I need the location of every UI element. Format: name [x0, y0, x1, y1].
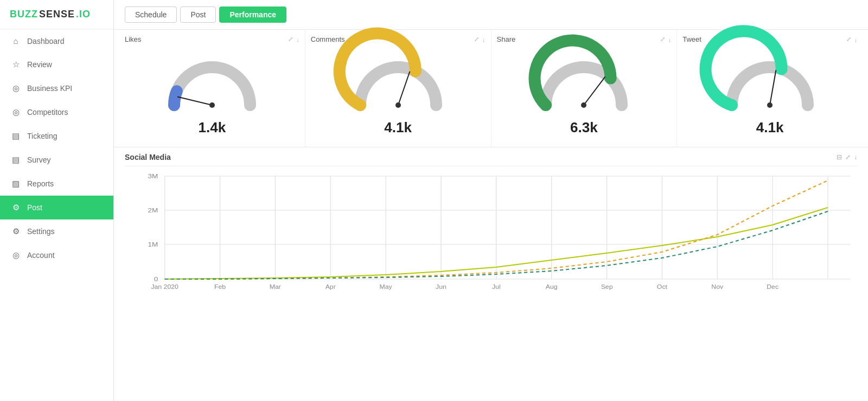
svg-line-4	[584, 77, 605, 105]
svg-text:Feb: Feb	[214, 284, 226, 290]
tab-post[interactable]: Post	[180, 7, 216, 23]
gauge-panel-share: Share ⤢ ↓ 6.3k	[492, 30, 678, 147]
svg-text:1M: 1M	[148, 241, 158, 248]
app-logo: BUZZSENSE.IO	[0, 0, 113, 29]
sidebar-item-ticketing[interactable]: ▤Ticketing	[0, 124, 113, 148]
download-icon-likes[interactable]: ↓	[296, 36, 299, 43]
sidebar-item-settings[interactable]: ⚙Settings	[0, 219, 113, 243]
svg-line-6	[770, 70, 776, 105]
svg-line-2	[398, 72, 410, 106]
svg-text:Oct: Oct	[657, 284, 668, 290]
sidebar: BUZZSENSE.IO ⌂Dashboard☆Review◎Business …	[0, 0, 114, 401]
download-icon-share[interactable]: ↓	[668, 36, 672, 43]
svg-text:Mar: Mar	[270, 284, 281, 290]
sidebar-item-business-kpi[interactable]: ◎Business KPI	[0, 76, 113, 100]
gauge-svg-comments	[349, 51, 447, 116]
svg-point-5	[581, 102, 586, 108]
sidebar-label-business-kpi: Business KPI	[27, 84, 72, 93]
download-icon[interactable]: ↓	[854, 153, 857, 161]
gauge-value-tweet: 4.1k	[756, 119, 784, 136]
gauge-value-likes: 1.4k	[199, 119, 226, 136]
svg-text:Jan 2020: Jan 2020	[151, 284, 178, 290]
reports-nav-icon: ▨	[11, 179, 21, 189]
survey-nav-icon: ▤	[11, 155, 21, 165]
chart-header: Social Media ⊟ ⤢ ↓	[125, 153, 857, 166]
account-nav-icon: ◎	[11, 250, 21, 260]
gauge-panel-comments: Comments ⤢ ↓ 4.1k	[305, 30, 492, 147]
chart-container: 3M 2M 1M 0 Jan 2020 Feb Mar Apr May Jun …	[125, 171, 857, 306]
tab-performance[interactable]: Performance	[219, 7, 286, 23]
gauge-title-comments: Comments	[311, 35, 345, 43]
gauge-body-tweet: 4.1k	[682, 51, 857, 136]
dashboard-nav-icon: ⌂	[11, 36, 21, 46]
sidebar-label-survey: Survey	[27, 156, 51, 164]
gauge-icons-tweet: ⤢ ↓	[846, 36, 858, 43]
sidebar-label-account: Account	[27, 251, 55, 260]
tabs-bar: Schedule Post Performance	[114, 0, 868, 30]
svg-text:Jun: Jun	[436, 284, 446, 290]
svg-point-3	[395, 102, 401, 108]
gauge-icons-share: ⤢ ↓	[660, 36, 672, 43]
gauge-panel-likes: Likes ⤢ ↓ 1.4k	[119, 30, 305, 147]
svg-text:Aug: Aug	[546, 284, 558, 290]
chart-section: Social Media ⊟ ⤢ ↓	[114, 147, 868, 401]
gauge-icons-comments: ⤢ ↓	[474, 36, 486, 43]
sidebar-label-review: Review	[27, 60, 52, 69]
expand-icon-share[interactable]: ⤢	[660, 36, 665, 43]
gauge-body-comments: 4.1k	[311, 51, 486, 136]
gauge-header-likes: Likes ⤢ ↓	[125, 35, 299, 43]
post-nav-icon: ⚙	[11, 203, 21, 212]
sidebar-item-dashboard[interactable]: ⌂Dashboard	[0, 29, 113, 53]
expand-icon-likes[interactable]: ⤢	[288, 36, 293, 43]
chart-header-icons: ⊟ ⤢ ↓	[837, 153, 857, 161]
tab-schedule[interactable]: Schedule	[125, 7, 177, 23]
gauge-title-tweet: Tweet	[682, 35, 701, 43]
gauge-body-share: 6.3k	[497, 51, 672, 136]
sidebar-item-survey[interactable]: ▤Survey	[0, 148, 113, 172]
svg-text:May: May	[380, 284, 393, 290]
sidebar-label-reports: Reports	[27, 179, 54, 188]
gauge-value-comments: 4.1k	[384, 119, 412, 136]
svg-text:Sep: Sep	[601, 284, 613, 290]
sidebar-label-ticketing: Ticketing	[27, 132, 58, 140]
chart-title: Social Media	[125, 153, 171, 161]
logo-sense: SENSE	[39, 9, 75, 20]
expand-icon-tweet[interactable]: ⤢	[846, 36, 851, 43]
main-content: Schedule Post Performance Likes ⤢ ↓ 1.4k…	[114, 0, 868, 401]
download-icon-tweet[interactable]: ↓	[854, 36, 858, 43]
gauge-svg-likes	[163, 51, 261, 116]
social-media-chart: 3M 2M 1M 0 Jan 2020 Feb Mar Apr May Jun …	[125, 171, 857, 306]
sidebar-label-dashboard: Dashboard	[27, 37, 65, 46]
expand-icon-comments[interactable]: ⤢	[474, 36, 479, 43]
sidebar-item-review[interactable]: ☆Review	[0, 53, 113, 76]
svg-line-0	[178, 97, 212, 105]
svg-text:3M: 3M	[148, 173, 158, 180]
review-nav-icon: ☆	[11, 60, 21, 69]
expand-icon[interactable]: ⤢	[845, 153, 851, 161]
sidebar-label-settings: Settings	[27, 227, 55, 236]
logo-buzz: BUZZ	[10, 9, 38, 20]
svg-text:2M: 2M	[148, 207, 158, 214]
gauge-panel-tweet: Tweet ⤢ ↓ 4.1k	[677, 30, 863, 147]
sidebar-item-account[interactable]: ◎Account	[0, 243, 113, 267]
sidebar-item-post[interactable]: ⚙Post	[0, 196, 113, 219]
gauge-body-likes: 1.4k	[125, 51, 299, 136]
competitors-nav-icon: ◎	[11, 107, 21, 117]
sidebar-item-competitors[interactable]: ◎Competitors	[0, 100, 113, 124]
gauges-row: Likes ⤢ ↓ 1.4k Comments ⤢ ↓	[114, 30, 868, 147]
sidebar-label-post: Post	[27, 203, 42, 212]
settings-nav-icon: ⚙	[11, 227, 21, 236]
svg-text:Jul: Jul	[492, 284, 501, 290]
svg-text:Nov: Nov	[711, 284, 723, 290]
logo-io: .IO	[76, 9, 91, 20]
gauge-title-likes: Likes	[125, 35, 141, 43]
filter-icon[interactable]: ⊟	[837, 153, 842, 161]
svg-point-1	[209, 102, 215, 108]
sidebar-item-reports[interactable]: ▨Reports	[0, 172, 113, 196]
ticketing-nav-icon: ▤	[11, 131, 21, 141]
sidebar-label-competitors: Competitors	[27, 108, 68, 117]
download-icon-comments[interactable]: ↓	[482, 36, 486, 43]
svg-text:Dec: Dec	[767, 284, 778, 290]
svg-text:Apr: Apr	[326, 284, 336, 290]
sidebar-nav: ⌂Dashboard☆Review◎Business KPI◎Competito…	[0, 29, 113, 267]
